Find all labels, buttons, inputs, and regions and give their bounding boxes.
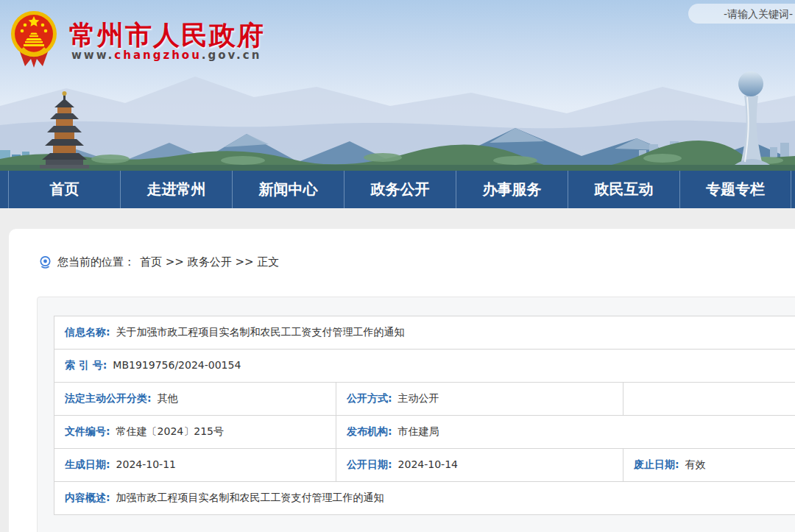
- table-cell-label: 公开方式:: [347, 392, 392, 404]
- url-www: www.: [71, 49, 114, 62]
- national-emblem-logo[interactable]: [10, 9, 57, 71]
- site-url: www.changzhou.gov.cn: [71, 49, 261, 62]
- table-cell-label: 公开日期:: [347, 458, 392, 470]
- search-input[interactable]: [688, 4, 795, 24]
- table-cell-label: 内容概述:: [65, 492, 110, 503]
- content-card: 您当前的位置： 首页 >> 政务公开 >> 正文 信息名称:关于加强市政工程项目…: [9, 229, 795, 532]
- info-panel: 信息名称:关于加强市政工程项目实名制和农民工工资支付管理工作的通知索 引 号:M…: [37, 297, 795, 532]
- table-cell: 法定主动公开分类:其他: [54, 383, 336, 416]
- table-row: 内容概述:加强市政工程项目实名制和农民工工资支付管理工作的通知: [54, 482, 795, 515]
- table-cell-value: MB1919756/2024-00154: [113, 359, 241, 371]
- page-gap: [0, 208, 795, 229]
- table-cell-value: 其他: [158, 392, 178, 404]
- table-cell-value: 市住建局: [398, 425, 439, 437]
- table-cell-value: 加强市政工程项目实名制和农民工工资支付管理工作的通知: [116, 492, 384, 503]
- breadcrumb: 您当前的位置： 首页 >> 政务公开 >> 正文: [38, 255, 795, 269]
- table-row: 文件编号:常住建〔2024〕215号发布机构:市住建局: [54, 416, 795, 449]
- info-table: 信息名称:关于加强市政工程项目实名制和农民工工资支付管理工作的通知索 引 号:M…: [54, 316, 795, 515]
- table-cell: 文件编号:常住建〔2024〕215号: [54, 416, 336, 449]
- table-cell-label: 文件编号:: [65, 425, 110, 437]
- table-cell: 生成日期:2024-10-11: [54, 449, 336, 482]
- table-cell: 内容概述:加强市政工程项目实名制和农民工工资支付管理工作的通知: [54, 482, 795, 515]
- table-cell-label: 发布机构:: [347, 425, 392, 437]
- breadcrumb-trail[interactable]: 首页 >> 政务公开 >> 正文: [140, 255, 279, 269]
- table-cell: 公开方式:主动公开: [336, 383, 623, 416]
- table-cell: [623, 383, 795, 416]
- table-cell: 信息名称:关于加强市政工程项目实名制和农民工工资支付管理工作的通知: [54, 316, 795, 350]
- table-cell-label: 法定主动公开分类:: [65, 392, 152, 404]
- table-cell-label: 生成日期:: [65, 458, 110, 470]
- table-cell: 废止日期:有效: [623, 449, 795, 482]
- breadcrumb-prefix: 您当前的位置：: [57, 255, 135, 269]
- table-row: 索 引 号:MB1919756/2024-00154: [54, 350, 795, 383]
- table-cell-value: 2024-10-11: [116, 458, 176, 470]
- nav-item[interactable]: 政务公开: [344, 171, 456, 208]
- table-cell: 公开日期:2024-10-14: [336, 449, 623, 482]
- table-cell-label: 信息名称:: [65, 326, 110, 338]
- site-header: 常州市人民政府 www.changzhou.gov.cn: [0, 0, 795, 171]
- table-row: 信息名称:关于加强市政工程项目实名制和农民工工资支付管理工作的通知: [54, 316, 795, 350]
- url-suffix: .gov.cn: [202, 49, 262, 62]
- table-cell: 索 引 号:MB1919756/2024-00154: [54, 350, 795, 383]
- table-cell-label: 废止日期:: [634, 458, 679, 470]
- nav-item[interactable]: 专题专栏: [679, 171, 791, 208]
- table-cell-value: 关于加强市政工程项目实名制和农民工工资支付管理工作的通知: [116, 326, 405, 338]
- table-row: 生成日期:2024-10-11公开日期:2024-10-14废止日期:有效: [54, 449, 795, 482]
- nav-item[interactable]: 首页: [8, 171, 120, 208]
- table-cell: 发布机构:市住建局: [336, 416, 795, 449]
- url-domain: changzhou: [114, 49, 202, 62]
- main-nav: 首页走进常州新闻中心政务公开办事服务政民互动专题专栏: [0, 171, 795, 208]
- table-cell-value: 有效: [685, 458, 706, 470]
- table-row: 法定主动公开分类:其他公开方式:主动公开: [54, 383, 795, 416]
- banner-illustration: [0, 60, 795, 171]
- table-cell-label: 索 引 号:: [65, 359, 107, 371]
- nav-item[interactable]: 政民互动: [568, 171, 679, 208]
- nav-item[interactable]: 新闻中心: [232, 171, 344, 208]
- nav-item[interactable]: 走进常州: [120, 171, 232, 208]
- table-cell-value: 常住建〔2024〕215号: [116, 425, 224, 437]
- nav-item[interactable]: 办事服务: [456, 171, 568, 208]
- location-pin-icon: [38, 255, 52, 269]
- table-cell-value: 2024-10-14: [398, 458, 458, 470]
- table-cell-value: 主动公开: [398, 392, 439, 404]
